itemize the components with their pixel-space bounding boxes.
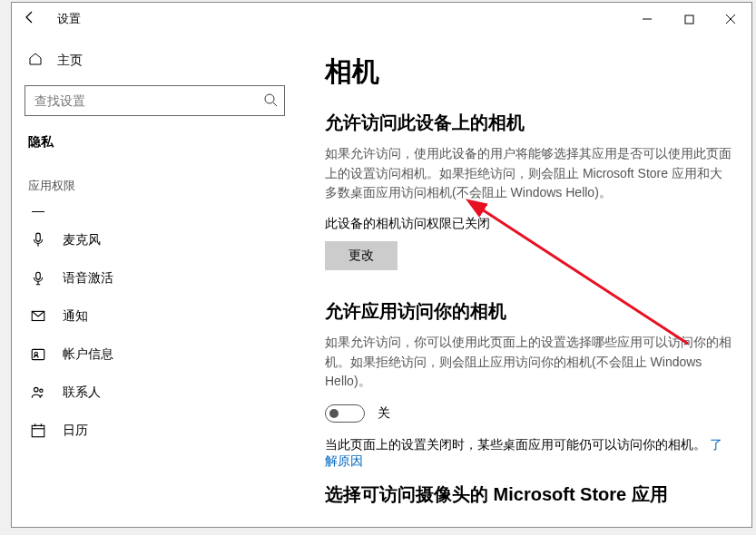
window-title: 设置 bbox=[57, 11, 81, 27]
calendar-icon bbox=[30, 423, 46, 439]
account-icon bbox=[30, 346, 46, 363]
sidebar-item-label: 日历 bbox=[63, 423, 88, 439]
sidebar: 主页 隐私 应用权限 — x 麦克风 bbox=[12, 35, 298, 527]
title-bar: 设置 bbox=[12, 3, 751, 35]
page-title: 相机 bbox=[325, 54, 733, 91]
sidebar-item-calendar[interactable]: 日历 bbox=[12, 412, 298, 450]
sidebar-item-label: 联系人 bbox=[63, 384, 101, 401]
toggle-state-label: 关 bbox=[378, 405, 390, 422]
svg-rect-13 bbox=[32, 425, 44, 436]
group-app-permissions: 应用权限 bbox=[12, 167, 298, 199]
sidebar-item-microphone[interactable]: 麦克风 bbox=[12, 221, 298, 259]
sidebar-item-label: 麦克风 bbox=[63, 232, 101, 248]
microphone-icon bbox=[30, 232, 46, 248]
apps-access-toggle[interactable]: 关 bbox=[325, 404, 733, 423]
content-pane: 相机 允许访问此设备上的相机 如果允许访问，使用此设备的用户将能够选择其应用是否… bbox=[298, 35, 751, 527]
toggle-thumb bbox=[329, 409, 339, 418]
settings-window: 设置 主页 bbox=[11, 2, 752, 528]
section1-heading: 允许访问此设备上的相机 bbox=[325, 111, 733, 135]
svg-point-12 bbox=[40, 389, 43, 392]
svg-point-4 bbox=[265, 94, 274, 103]
window-body: 主页 隐私 应用权限 — x 麦克风 bbox=[12, 35, 751, 527]
sidebar-item-contacts[interactable]: 联系人 bbox=[12, 374, 298, 412]
sidebar-item-label: 通知 bbox=[63, 308, 88, 325]
dash-icon: — bbox=[30, 202, 46, 219]
camera-access-status: 此设备的相机访问权限已关闭 bbox=[325, 216, 733, 232]
section-privacy-label: 隐私 bbox=[12, 131, 298, 167]
search-wrap bbox=[25, 85, 285, 116]
sidebar-item-account-info[interactable]: 帐户信息 bbox=[12, 336, 298, 374]
section2-description: 如果允许访问，你可以使用此页面上的设置选择哪些应用可以访问你的相机。如果拒绝访问… bbox=[325, 333, 733, 392]
svg-rect-9 bbox=[32, 349, 44, 359]
sidebar-item-label: 语音激活 bbox=[63, 270, 113, 287]
maximize-button[interactable] bbox=[668, 3, 710, 35]
title-bar-left: 设置 bbox=[12, 10, 81, 28]
sidebar-item-truncated[interactable]: — x bbox=[12, 199, 298, 221]
notification-icon bbox=[30, 308, 46, 325]
home-label: 主页 bbox=[57, 53, 83, 69]
back-button[interactable] bbox=[21, 10, 39, 28]
window-controls bbox=[626, 3, 751, 35]
svg-point-10 bbox=[34, 352, 37, 355]
svg-rect-7 bbox=[36, 272, 41, 279]
search-input[interactable] bbox=[25, 85, 285, 116]
home-icon bbox=[28, 52, 43, 69]
section1-description: 如果允许访问，使用此设备的用户将能够选择其应用是否可以使用此页面上的设置访问相机… bbox=[325, 144, 733, 203]
desktop-apps-note: 当此页面上的设置关闭时，某些桌面应用可能仍可以访问你的相机。 了解原因 bbox=[325, 437, 733, 470]
minimize-button[interactable] bbox=[626, 3, 668, 35]
change-button[interactable]: 更改 bbox=[325, 241, 398, 270]
svg-rect-1 bbox=[685, 15, 693, 24]
contacts-icon bbox=[30, 384, 46, 401]
voice-icon bbox=[30, 270, 46, 287]
sidebar-item-notifications[interactable]: 通知 bbox=[12, 297, 298, 336]
section3-heading: 选择可访问摄像头的 Microsoft Store 应用 bbox=[325, 482, 733, 507]
sidebar-item-label: 帐户信息 bbox=[63, 346, 113, 363]
toggle-track bbox=[325, 404, 365, 423]
note-text: 当此页面上的设置关闭时，某些桌面应用可能仍可以访问你的相机。 bbox=[325, 437, 706, 452]
svg-point-11 bbox=[34, 387, 39, 392]
search-icon bbox=[263, 92, 278, 111]
close-button[interactable] bbox=[710, 3, 751, 35]
section2-heading: 允许应用访问你的相机 bbox=[325, 299, 733, 324]
home-nav[interactable]: 主页 bbox=[12, 44, 298, 76]
svg-rect-6 bbox=[36, 233, 41, 241]
sidebar-item-voice-activation[interactable]: 语音激活 bbox=[12, 259, 298, 297]
svg-line-5 bbox=[273, 102, 277, 106]
